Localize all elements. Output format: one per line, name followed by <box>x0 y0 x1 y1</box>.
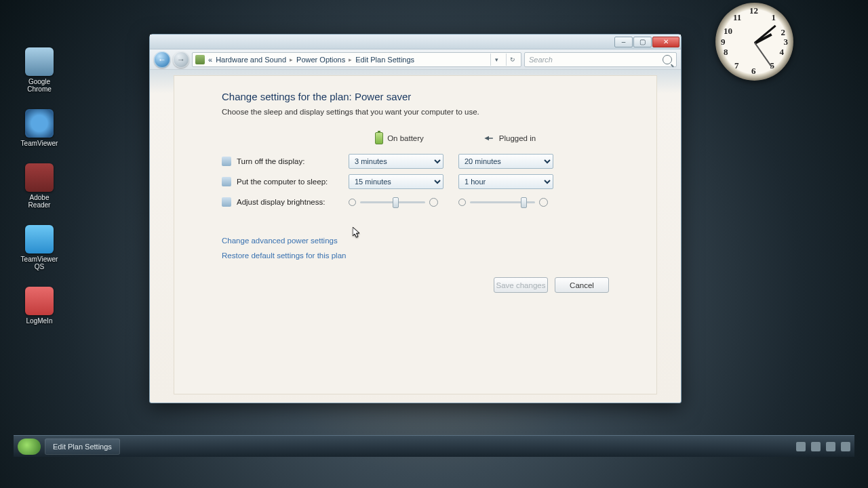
link-advanced-settings[interactable]: Change advanced power settings <box>222 237 609 245</box>
address-dropdown[interactable]: ▾ <box>490 54 502 66</box>
maximize-button[interactable]: ▢ <box>633 37 652 47</box>
start-button[interactable] <box>18 439 41 455</box>
minimize-button[interactable]: – <box>614 37 633 47</box>
chevron-right-icon[interactable]: ▸ <box>290 56 293 63</box>
link-restore-defaults[interactable]: Restore default settings for this plan <box>222 251 609 260</box>
sun-icon <box>222 197 231 207</box>
desktop-icon-logmein[interactable]: LogMeIn <box>19 287 60 325</box>
brightness-plugged-slider[interactable] <box>458 198 560 207</box>
tray-icon[interactable] <box>811 442 821 451</box>
search-placeholder: Search <box>529 56 553 64</box>
taskbar: Edit Plan Settings <box>14 435 854 457</box>
tray-icon[interactable] <box>796 442 806 451</box>
breadcrumb-power-options[interactable]: Power Options <box>296 56 345 64</box>
back-button[interactable]: ← <box>154 52 170 68</box>
page-subtitle: Choose the sleep and display settings th… <box>222 108 609 116</box>
system-tray[interactable] <box>796 442 850 451</box>
moon-icon <box>222 177 231 186</box>
sleep-plugged-combo[interactable]: 1 minute2 minutes3 minutes5 minutes10 mi… <box>458 174 553 189</box>
forward-button[interactable]: → <box>173 52 189 68</box>
monitor-icon <box>222 157 231 166</box>
titlebar[interactable]: – ▢ ✕ <box>150 35 681 49</box>
search-icon <box>663 55 672 64</box>
sun-small-icon <box>349 199 356 206</box>
taskbar-task-edit-plan[interactable]: Edit Plan Settings <box>45 439 120 455</box>
power-icon <box>195 55 205 64</box>
clock-gadget[interactable]: 12 1 2 3 4 5 6 7 8 9 10 11 <box>715 3 793 81</box>
row-label-sleep: Put the computer to sleep: <box>222 171 340 192</box>
search-input[interactable]: Search <box>524 52 677 67</box>
sun-small-icon <box>458 199 466 206</box>
address-bar[interactable]: « Hardware and Sound ▸ Power Options ▸ E… <box>192 52 521 67</box>
desktop-icon-chrome[interactable]: Google Chrome <box>19 47 60 93</box>
breadcrumb-edit-plan[interactable]: Edit Plan Settings <box>355 56 414 64</box>
display-battery-combo[interactable]: 1 minute2 minutes3 minutes5 minutes10 mi… <box>349 154 443 169</box>
breadcrumb-hardware[interactable]: Hardware and Sound <box>216 56 286 64</box>
breadcrumb-overflow[interactable]: « <box>208 56 212 64</box>
power-options-window: – ▢ ✕ ← → « Hardware and Sound ▸ Power O… <box>149 34 682 403</box>
tray-icon[interactable] <box>826 442 835 451</box>
desktop-icon-adobe[interactable]: Adobe Reader <box>19 163 60 209</box>
save-button[interactable]: Save changes <box>494 277 548 293</box>
sun-large-icon <box>539 198 548 207</box>
desktop-icons: Google Chrome TeamViewer Adobe Reader Te… <box>19 47 66 341</box>
desktop-icon-teamviewer-qs[interactable]: TeamViewer QS <box>19 225 60 270</box>
chevron-right-icon[interactable]: ▸ <box>349 56 352 63</box>
row-label-display: Turn off the display: <box>222 151 340 171</box>
column-header-battery: On battery <box>349 128 450 151</box>
sun-large-icon <box>429 198 438 207</box>
plug-icon <box>483 135 495 142</box>
page-title: Change settings for the plan: Power save… <box>222 91 609 102</box>
tray-icon[interactable] <box>841 442 850 451</box>
brightness-battery-slider[interactable] <box>349 198 450 207</box>
nav-toolbar: ← → « Hardware and Sound ▸ Power Options… <box>150 49 681 70</box>
cancel-button[interactable]: Cancel <box>555 277 609 293</box>
battery-icon <box>375 132 383 144</box>
column-header-plugged: Plugged in <box>458 130 560 149</box>
desktop-icon-teamviewer[interactable]: TeamViewer <box>19 109 60 147</box>
display-plugged-combo[interactable]: 1 minute2 minutes3 minutes5 minutes10 mi… <box>458 154 553 169</box>
close-button[interactable]: ✕ <box>652 37 679 47</box>
refresh-button[interactable]: ↻ <box>506 54 518 66</box>
sleep-battery-combo[interactable]: 1 minute2 minutes3 minutes5 minutes10 mi… <box>349 174 443 189</box>
content-pane: Change settings for the plan: Power save… <box>174 75 657 394</box>
row-label-brightness: Adjust display brightness: <box>222 192 340 212</box>
